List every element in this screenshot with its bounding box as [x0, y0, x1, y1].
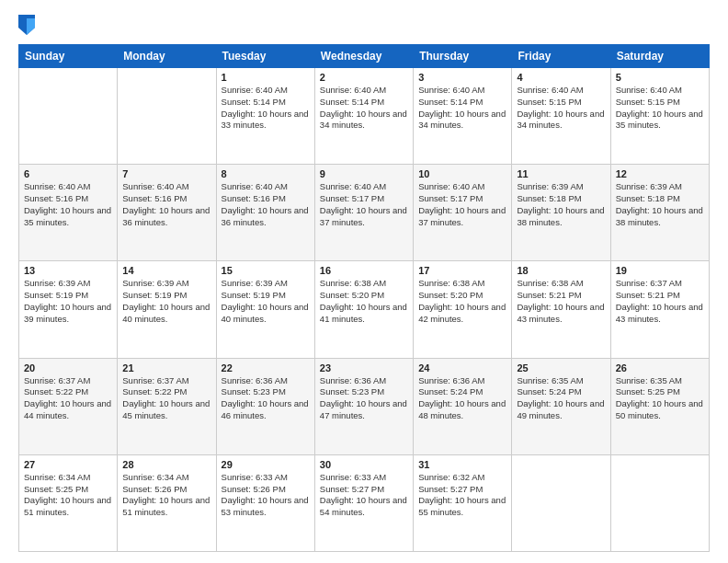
calendar-day-cell: 7Sunrise: 6:40 AM Sunset: 5:16 PM Daylig… — [118, 165, 216, 261]
logo — [18, 15, 37, 35]
calendar-day-cell: 10Sunrise: 6:40 AM Sunset: 5:17 PM Dayli… — [414, 165, 512, 261]
day-number: 15 — [222, 265, 310, 276]
page: SundayMondayTuesdayWednesdayThursdayFrid… — [0, 0, 728, 563]
day-number: 25 — [517, 362, 605, 373]
calendar-day-cell: 2Sunrise: 6:40 AM Sunset: 5:14 PM Daylig… — [314, 68, 413, 165]
day-info: Sunrise: 6:34 AM Sunset: 5:25 PM Dayligh… — [24, 472, 112, 519]
day-info: Sunrise: 6:33 AM Sunset: 5:26 PM Dayligh… — [222, 472, 310, 519]
day-info: Sunrise: 6:40 AM Sunset: 5:14 PM Dayligh… — [418, 85, 506, 132]
calendar-day-cell: 5Sunrise: 6:40 AM Sunset: 5:15 PM Daylig… — [610, 68, 709, 165]
day-number: 12 — [616, 168, 704, 179]
day-info: Sunrise: 6:40 AM Sunset: 5:16 PM Dayligh… — [24, 181, 112, 228]
day-info: Sunrise: 6:40 AM Sunset: 5:16 PM Dayligh… — [222, 181, 310, 228]
calendar-day-cell: 19Sunrise: 6:37 AM Sunset: 5:21 PM Dayli… — [610, 261, 709, 358]
calendar-week-row: 1Sunrise: 6:40 AM Sunset: 5:14 PM Daylig… — [19, 68, 710, 165]
day-info: Sunrise: 6:38 AM Sunset: 5:20 PM Dayligh… — [418, 278, 506, 325]
day-number: 24 — [418, 362, 506, 373]
day-info: Sunrise: 6:36 AM Sunset: 5:23 PM Dayligh… — [320, 375, 408, 422]
calendar-week-row: 27Sunrise: 6:34 AM Sunset: 5:25 PM Dayli… — [19, 454, 710, 551]
calendar-day-cell — [512, 454, 610, 551]
calendar-day-cell: 31Sunrise: 6:32 AM Sunset: 5:27 PM Dayli… — [414, 454, 512, 551]
calendar-day-cell: 14Sunrise: 6:39 AM Sunset: 5:19 PM Dayli… — [118, 261, 216, 358]
day-number: 27 — [24, 459, 112, 470]
day-number: 5 — [616, 72, 704, 83]
svg-marker-1 — [27, 18, 35, 35]
calendar-day-cell: 3Sunrise: 6:40 AM Sunset: 5:14 PM Daylig… — [414, 68, 512, 165]
day-number: 3 — [418, 72, 506, 83]
calendar-day-cell — [610, 454, 709, 551]
logo-icon — [18, 15, 35, 35]
day-number: 16 — [320, 265, 408, 276]
calendar-day-cell: 26Sunrise: 6:35 AM Sunset: 5:25 PM Dayli… — [610, 358, 709, 454]
calendar-day-cell: 12Sunrise: 6:39 AM Sunset: 5:18 PM Dayli… — [610, 165, 709, 261]
calendar-day-cell: 28Sunrise: 6:34 AM Sunset: 5:26 PM Dayli… — [118, 454, 216, 551]
day-number: 10 — [418, 168, 506, 179]
day-info: Sunrise: 6:37 AM Sunset: 5:21 PM Dayligh… — [616, 278, 704, 325]
day-info: Sunrise: 6:33 AM Sunset: 5:27 PM Dayligh… — [320, 472, 408, 519]
calendar-day-cell: 4Sunrise: 6:40 AM Sunset: 5:15 PM Daylig… — [512, 68, 610, 165]
day-info: Sunrise: 6:39 AM Sunset: 5:19 PM Dayligh… — [222, 278, 310, 325]
day-number: 29 — [222, 459, 310, 470]
day-number: 23 — [320, 362, 408, 373]
calendar-day-cell: 16Sunrise: 6:38 AM Sunset: 5:20 PM Dayli… — [314, 261, 413, 358]
day-number: 7 — [122, 168, 210, 179]
day-number: 1 — [222, 72, 310, 83]
day-info: Sunrise: 6:39 AM Sunset: 5:18 PM Dayligh… — [517, 181, 605, 228]
calendar-day-cell: 24Sunrise: 6:36 AM Sunset: 5:24 PM Dayli… — [414, 358, 512, 454]
calendar-header-cell: Wednesday — [314, 45, 413, 68]
calendar-week-row: 20Sunrise: 6:37 AM Sunset: 5:22 PM Dayli… — [19, 358, 710, 454]
calendar-day-cell — [19, 68, 118, 165]
calendar-day-cell: 27Sunrise: 6:34 AM Sunset: 5:25 PM Dayli… — [19, 454, 118, 551]
calendar-day-cell: 30Sunrise: 6:33 AM Sunset: 5:27 PM Dayli… — [314, 454, 413, 551]
day-info: Sunrise: 6:35 AM Sunset: 5:25 PM Dayligh… — [616, 375, 704, 422]
day-number: 11 — [517, 168, 605, 179]
day-info: Sunrise: 6:38 AM Sunset: 5:21 PM Dayligh… — [517, 278, 605, 325]
day-number: 20 — [24, 362, 112, 373]
day-number: 8 — [222, 168, 310, 179]
calendar-header-cell: Thursday — [414, 45, 512, 68]
calendar-day-cell: 15Sunrise: 6:39 AM Sunset: 5:19 PM Dayli… — [216, 261, 314, 358]
day-number: 18 — [517, 265, 605, 276]
day-number: 9 — [320, 168, 408, 179]
day-number: 6 — [24, 168, 112, 179]
day-info: Sunrise: 6:39 AM Sunset: 5:19 PM Dayligh… — [122, 278, 210, 325]
calendar-day-cell: 11Sunrise: 6:39 AM Sunset: 5:18 PM Dayli… — [512, 165, 610, 261]
calendar-day-cell: 29Sunrise: 6:33 AM Sunset: 5:26 PM Dayli… — [216, 454, 314, 551]
calendar-day-cell: 18Sunrise: 6:38 AM Sunset: 5:21 PM Dayli… — [512, 261, 610, 358]
day-info: Sunrise: 6:35 AM Sunset: 5:24 PM Dayligh… — [517, 375, 605, 422]
day-info: Sunrise: 6:37 AM Sunset: 5:22 PM Dayligh… — [24, 375, 112, 422]
day-number: 26 — [616, 362, 704, 373]
day-info: Sunrise: 6:40 AM Sunset: 5:17 PM Dayligh… — [418, 181, 506, 228]
calendar-day-cell: 1Sunrise: 6:40 AM Sunset: 5:14 PM Daylig… — [216, 68, 314, 165]
calendar-header-cell: Friday — [512, 45, 610, 68]
day-info: Sunrise: 6:34 AM Sunset: 5:26 PM Dayligh… — [122, 472, 210, 519]
day-info: Sunrise: 6:32 AM Sunset: 5:27 PM Dayligh… — [418, 472, 506, 519]
day-number: 14 — [122, 265, 210, 276]
day-info: Sunrise: 6:39 AM Sunset: 5:19 PM Dayligh… — [24, 278, 112, 325]
calendar-day-cell — [118, 68, 216, 165]
day-info: Sunrise: 6:40 AM Sunset: 5:15 PM Dayligh… — [616, 85, 704, 132]
calendar-day-cell: 8Sunrise: 6:40 AM Sunset: 5:16 PM Daylig… — [216, 165, 314, 261]
day-info: Sunrise: 6:40 AM Sunset: 5:17 PM Dayligh… — [320, 181, 408, 228]
calendar-header-cell: Monday — [118, 45, 216, 68]
calendar-day-cell: 17Sunrise: 6:38 AM Sunset: 5:20 PM Dayli… — [414, 261, 512, 358]
calendar-day-cell: 23Sunrise: 6:36 AM Sunset: 5:23 PM Dayli… — [314, 358, 413, 454]
calendar-day-cell: 6Sunrise: 6:40 AM Sunset: 5:16 PM Daylig… — [19, 165, 118, 261]
day-number: 17 — [418, 265, 506, 276]
calendar-day-cell: 21Sunrise: 6:37 AM Sunset: 5:22 PM Dayli… — [118, 358, 216, 454]
calendar-header-cell: Sunday — [19, 45, 118, 68]
day-number: 2 — [320, 72, 408, 83]
day-number: 28 — [122, 459, 210, 470]
day-info: Sunrise: 6:36 AM Sunset: 5:23 PM Dayligh… — [222, 375, 310, 422]
day-number: 22 — [222, 362, 310, 373]
calendar-table: SundayMondayTuesdayWednesdayThursdayFrid… — [18, 44, 710, 552]
calendar-day-cell: 13Sunrise: 6:39 AM Sunset: 5:19 PM Dayli… — [19, 261, 118, 358]
day-number: 30 — [320, 459, 408, 470]
day-info: Sunrise: 6:40 AM Sunset: 5:16 PM Dayligh… — [122, 181, 210, 228]
calendar-week-row: 13Sunrise: 6:39 AM Sunset: 5:19 PM Dayli… — [19, 261, 710, 358]
day-number: 31 — [418, 459, 506, 470]
calendar-day-cell: 25Sunrise: 6:35 AM Sunset: 5:24 PM Dayli… — [512, 358, 610, 454]
day-info: Sunrise: 6:38 AM Sunset: 5:20 PM Dayligh… — [320, 278, 408, 325]
day-info: Sunrise: 6:39 AM Sunset: 5:18 PM Dayligh… — [616, 181, 704, 228]
calendar-day-cell: 9Sunrise: 6:40 AM Sunset: 5:17 PM Daylig… — [314, 165, 413, 261]
